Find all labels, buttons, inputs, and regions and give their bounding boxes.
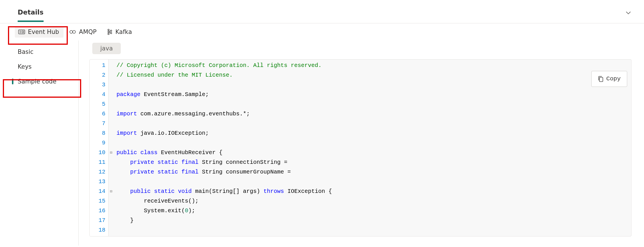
fold-toggle-icon	[109, 158, 114, 167]
code-line: }	[116, 216, 332, 225]
svg-line-14	[109, 31, 111, 32]
code-line: import java.io.IOException;	[116, 128, 332, 138]
tab-details[interactable]: Details	[18, 9, 44, 22]
fold-toggle-icon	[109, 216, 114, 225]
code-line: // Licensed under the MIT License.	[116, 70, 332, 80]
fold-toggle-icon	[109, 70, 114, 80]
code-line: import com.azure.messaging.eventhubs.*;	[116, 109, 332, 119]
protocol-tab-label: AMQP	[79, 28, 97, 35]
fold-toggle-icon	[109, 177, 114, 187]
svg-rect-4	[22, 31, 24, 33]
line-number: 8	[94, 128, 105, 138]
fold-column: ⊟⊟	[109, 60, 114, 236]
code-line	[116, 177, 332, 187]
code-line: public class EventHubReceiver {	[116, 148, 332, 158]
line-number: 6	[94, 109, 105, 119]
svg-point-6	[73, 30, 75, 33]
svg-point-9	[108, 33, 109, 35]
fold-toggle-icon	[109, 138, 114, 148]
line-number: 11	[94, 158, 105, 167]
fold-toggle-icon	[109, 225, 114, 235]
code-line	[116, 119, 332, 128]
collapse-chevron-icon[interactable]	[624, 9, 633, 18]
svg-line-15	[109, 32, 111, 33]
fold-toggle-icon	[109, 206, 114, 216]
protocol-tab-eventhub[interactable]: Event Hub	[15, 26, 64, 38]
code-area[interactable]: // Copyright (c) Microsoft Corporation. …	[114, 60, 335, 236]
code-line: System.exit(0);	[116, 206, 332, 216]
line-number: 4	[94, 90, 105, 99]
copy-button[interactable]: Copy	[591, 71, 627, 87]
line-number: 13	[94, 177, 105, 187]
kafka-icon	[107, 28, 113, 35]
fold-toggle-icon	[109, 119, 114, 128]
fold-toggle-icon	[109, 128, 114, 138]
line-number: 17	[94, 216, 105, 225]
svg-point-11	[110, 32, 112, 34]
body-area: Basic Keys Sample code java 123456789101…	[0, 40, 644, 246]
line-number: 7	[94, 119, 105, 128]
code-line: package EventStream.Sample;	[116, 90, 332, 99]
fold-toggle-icon	[109, 90, 114, 99]
line-number: 5	[94, 99, 105, 109]
protocol-tab-label: Event Hub	[28, 28, 59, 35]
line-number: 2	[94, 70, 105, 80]
line-number: 10	[94, 148, 105, 158]
line-number: 3	[94, 80, 105, 90]
code-line: // Copyright (c) Microsoft Corporation. …	[116, 61, 332, 70]
language-pill[interactable]: java	[92, 43, 121, 54]
fold-toggle-icon	[109, 61, 114, 70]
code-line: private static final String consumerGrou…	[116, 167, 332, 177]
copy-icon	[598, 76, 604, 82]
line-number: 18	[94, 225, 105, 235]
code-line	[116, 80, 332, 90]
copy-button-label: Copy	[606, 74, 621, 84]
line-number: 9	[94, 138, 105, 148]
fold-toggle-icon[interactable]: ⊟	[109, 187, 114, 196]
fold-toggle-icon	[109, 80, 114, 90]
fold-toggle-icon[interactable]: ⊟	[109, 148, 114, 158]
fold-toggle-icon	[109, 167, 114, 177]
code-editor: 123456789101112131415161718 ⊟⊟ // Copyri…	[89, 59, 631, 236]
fold-toggle-icon	[109, 196, 114, 206]
details-header: Details	[0, 0, 644, 23]
code-line: public static void main(String[] args) t…	[116, 187, 332, 196]
svg-point-10	[110, 30, 112, 32]
code-line: receiveEvents();	[116, 196, 332, 206]
svg-point-7	[108, 29, 109, 31]
line-number: 14	[94, 187, 105, 196]
svg-point-5	[70, 30, 73, 33]
line-number: 15	[94, 196, 105, 206]
amqp-icon	[69, 29, 76, 35]
main-panel: java 123456789101112131415161718 ⊟⊟ // C…	[79, 40, 644, 246]
fold-toggle-icon	[109, 99, 114, 109]
line-number: 16	[94, 206, 105, 216]
svg-rect-16	[599, 77, 603, 82]
protocol-tab-kafka[interactable]: Kafka	[103, 26, 136, 38]
svg-point-8	[108, 31, 109, 33]
sidebar-item-keys[interactable]: Keys	[0, 59, 78, 74]
sidebar-item-basic[interactable]: Basic	[0, 44, 78, 59]
code-line	[116, 225, 332, 235]
line-number: 12	[94, 167, 105, 177]
line-gutter: 123456789101112131415161718	[90, 60, 109, 236]
code-line	[116, 99, 332, 109]
code-line: private static final String connectionSt…	[116, 158, 332, 167]
sidebar: Basic Keys Sample code	[0, 40, 79, 246]
sidebar-item-sample-code[interactable]: Sample code	[0, 74, 78, 89]
protocol-tabs: Event Hub AMQP Kafka	[0, 23, 644, 38]
protocol-tab-label: Kafka	[115, 28, 132, 35]
fold-toggle-icon	[109, 109, 114, 119]
eventhub-icon	[18, 29, 25, 35]
line-number: 1	[94, 61, 105, 70]
protocol-tab-amqp[interactable]: AMQP	[66, 26, 101, 38]
code-line	[116, 138, 332, 148]
